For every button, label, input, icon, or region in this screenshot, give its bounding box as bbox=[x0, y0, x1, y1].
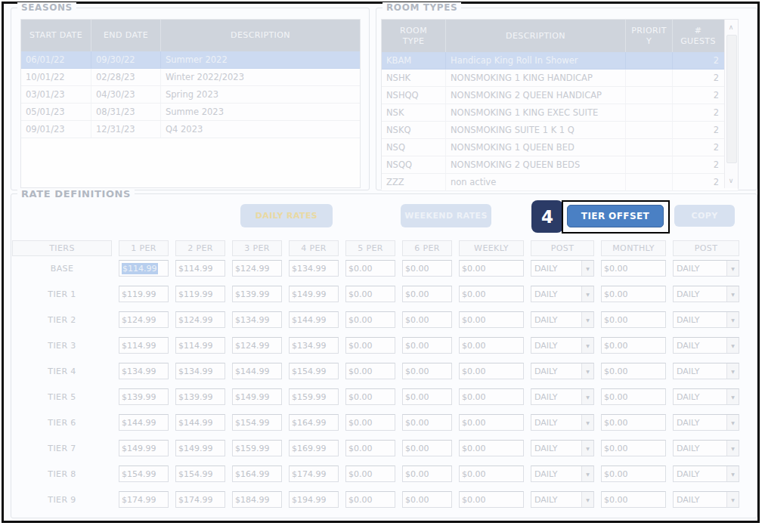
rate-input-weekly[interactable]: $0.00 bbox=[459, 414, 524, 431]
rate-input-monthly[interactable]: $0.00 bbox=[601, 260, 666, 277]
rate-input-per5[interactable]: $0.00 bbox=[345, 440, 395, 456]
chevron-down-icon[interactable]: ▼ bbox=[581, 363, 593, 379]
post-select-monthly[interactable]: DAILY▼ bbox=[673, 260, 739, 277]
rate-input-per5[interactable]: $0.00 bbox=[345, 388, 395, 405]
rate-input-per4[interactable]: $174.99 bbox=[289, 466, 339, 482]
rate-input-per1[interactable]: $174.99 bbox=[119, 491, 169, 508]
rate-input-per5[interactable]: $0.00 bbox=[345, 414, 395, 431]
rate-input-per6[interactable]: $0.00 bbox=[402, 491, 452, 508]
rate-input-weekly[interactable]: $0.00 bbox=[459, 337, 524, 354]
season-row[interactable]: 09/01/2312/31/23Q4 2023 bbox=[21, 121, 360, 138]
chevron-down-icon[interactable]: ▼ bbox=[581, 492, 593, 507]
rate-input-weekly[interactable]: $0.00 bbox=[459, 286, 524, 302]
rate-input-per2[interactable]: $114.99 bbox=[175, 337, 225, 354]
scroll-down-icon[interactable]: ∨ bbox=[725, 175, 737, 187]
post-select[interactable]: DAILY▼ bbox=[531, 260, 594, 277]
rate-input-weekly[interactable]: $0.00 bbox=[459, 491, 524, 508]
rate-input-per5[interactable]: $0.00 bbox=[345, 311, 395, 328]
post-select[interactable]: DAILY▼ bbox=[531, 388, 594, 405]
rate-input-weekly[interactable]: $0.00 bbox=[459, 311, 524, 328]
room-type-row[interactable]: NSQQNONSMOKING 2 QUEEN BEDS2 bbox=[382, 156, 738, 174]
post-select[interactable]: DAILY▼ bbox=[531, 337, 594, 354]
post-select[interactable]: DAILY▼ bbox=[531, 311, 594, 328]
rate-input-monthly[interactable]: $0.00 bbox=[601, 337, 666, 354]
post-select-monthly[interactable]: DAILY▼ bbox=[673, 337, 739, 354]
post-select-monthly[interactable]: DAILY▼ bbox=[673, 363, 739, 379]
rate-input-per4[interactable]: $169.99 bbox=[289, 440, 339, 456]
weekend-rates-button[interactable]: WEEKEND RATES bbox=[401, 204, 491, 227]
chevron-down-icon[interactable]: ▼ bbox=[726, 492, 739, 507]
rate-input-per2[interactable]: $134.99 bbox=[175, 363, 225, 379]
rate-input-per6[interactable]: $0.00 bbox=[402, 414, 452, 431]
rate-input-per4[interactable]: $144.99 bbox=[289, 311, 339, 328]
post-select-monthly[interactable]: DAILY▼ bbox=[673, 466, 739, 482]
copy-button[interactable]: COPY bbox=[674, 205, 735, 227]
rate-input-per3[interactable]: $124.99 bbox=[232, 260, 282, 277]
chevron-down-icon[interactable]: ▼ bbox=[581, 338, 593, 353]
rate-input-per2[interactable]: $114.99 bbox=[175, 260, 225, 277]
rate-input-per1[interactable]: $154.99 bbox=[119, 466, 169, 482]
post-select[interactable]: DAILY▼ bbox=[531, 440, 594, 456]
room-type-row[interactable]: NSHKNONSMOKING 1 KING HANDICAP2 bbox=[382, 70, 738, 87]
room-type-row[interactable]: NSKNONSMOKING 1 KING EXEC SUITE2 bbox=[382, 104, 738, 122]
rate-input-per4[interactable]: $164.99 bbox=[289, 414, 339, 431]
rate-input-per3[interactable]: $144.99 bbox=[232, 363, 282, 379]
room-type-row[interactable]: KBAMHandicap King Roll In Shower2 bbox=[382, 52, 738, 70]
chevron-down-icon[interactable]: ▼ bbox=[581, 389, 593, 404]
post-select-monthly[interactable]: DAILY▼ bbox=[673, 286, 739, 302]
rate-input-per3[interactable]: $134.99 bbox=[232, 311, 282, 328]
rate-input-per4[interactable]: $154.99 bbox=[289, 363, 339, 379]
chevron-down-icon[interactable]: ▼ bbox=[581, 441, 593, 456]
rate-input-per4[interactable]: $134.99 bbox=[289, 337, 339, 354]
season-row[interactable]: 10/01/2202/28/23Winter 2022/2023 bbox=[21, 69, 360, 86]
season-row[interactable]: 05/01/2308/31/23Summe 2023 bbox=[21, 104, 360, 121]
post-select-monthly[interactable]: DAILY▼ bbox=[673, 311, 739, 328]
season-row[interactable]: 06/01/2209/30/22Summer 2022 bbox=[21, 51, 360, 69]
chevron-down-icon[interactable]: ▼ bbox=[726, 363, 739, 379]
rate-input-per2[interactable]: $149.99 bbox=[175, 440, 225, 456]
rate-input-per6[interactable]: $0.00 bbox=[402, 440, 452, 456]
tier-offset-button[interactable]: TIER OFFSET bbox=[567, 205, 664, 227]
rate-input-per3[interactable]: $184.99 bbox=[232, 491, 282, 508]
rate-input-per2[interactable]: $144.99 bbox=[175, 414, 225, 431]
rate-input-weekly[interactable]: $0.00 bbox=[459, 388, 524, 405]
scroll-up-icon[interactable]: ∧ bbox=[725, 21, 737, 33]
rate-input-per3[interactable]: $139.99 bbox=[232, 286, 282, 302]
room-types-scrollbar[interactable]: ∧ ∨ bbox=[724, 20, 738, 188]
rate-input-per5[interactable]: $0.00 bbox=[345, 286, 395, 302]
room-type-row[interactable]: NSKQNONSMOKING SUITE 1 K 1 Q2 bbox=[382, 122, 738, 139]
chevron-down-icon[interactable]: ▼ bbox=[726, 312, 739, 327]
rate-input-per6[interactable]: $0.00 bbox=[402, 260, 452, 277]
post-select[interactable]: DAILY▼ bbox=[531, 414, 594, 431]
chevron-down-icon[interactable]: ▼ bbox=[726, 415, 739, 430]
chevron-down-icon[interactable]: ▼ bbox=[581, 312, 593, 327]
rate-input-monthly[interactable]: $0.00 bbox=[601, 311, 666, 328]
rate-input-per1[interactable]: $134.99 bbox=[119, 363, 169, 379]
post-select-monthly[interactable]: DAILY▼ bbox=[673, 440, 739, 456]
rate-input-per3[interactable]: $164.99 bbox=[232, 466, 282, 482]
post-select[interactable]: DAILY▼ bbox=[531, 466, 594, 482]
rate-input-per6[interactable]: $0.00 bbox=[402, 466, 452, 482]
rate-input-per1[interactable]: $114.99 bbox=[119, 337, 169, 354]
post-select-monthly[interactable]: DAILY▼ bbox=[673, 414, 739, 431]
scrollbar-thumb[interactable] bbox=[726, 35, 737, 163]
rate-input-per1[interactable]: $114.99 bbox=[119, 260, 169, 277]
rate-input-per6[interactable]: $0.00 bbox=[402, 311, 452, 328]
chevron-down-icon[interactable]: ▼ bbox=[726, 441, 739, 456]
rate-input-per5[interactable]: $0.00 bbox=[345, 337, 395, 354]
chevron-down-icon[interactable]: ▼ bbox=[581, 286, 593, 302]
rate-input-monthly[interactable]: $0.00 bbox=[601, 491, 666, 508]
rate-input-per6[interactable]: $0.00 bbox=[402, 363, 452, 379]
chevron-down-icon[interactable]: ▼ bbox=[726, 466, 739, 481]
rate-input-per4[interactable]: $194.99 bbox=[289, 491, 339, 508]
chevron-down-icon[interactable]: ▼ bbox=[726, 286, 739, 302]
daily-rates-button[interactable]: DAILY RATES bbox=[240, 204, 333, 227]
rate-input-per1[interactable]: $139.99 bbox=[119, 388, 169, 405]
rate-input-monthly[interactable]: $0.00 bbox=[601, 363, 666, 379]
season-row[interactable]: 03/01/2304/30/23Spring 2023 bbox=[21, 86, 360, 104]
rate-input-per1[interactable]: $144.99 bbox=[119, 414, 169, 431]
rate-input-per4[interactable]: $149.99 bbox=[289, 286, 339, 302]
rate-input-per2[interactable]: $139.99 bbox=[175, 388, 225, 405]
chevron-down-icon[interactable]: ▼ bbox=[581, 261, 593, 276]
rate-input-monthly[interactable]: $0.00 bbox=[601, 286, 666, 302]
